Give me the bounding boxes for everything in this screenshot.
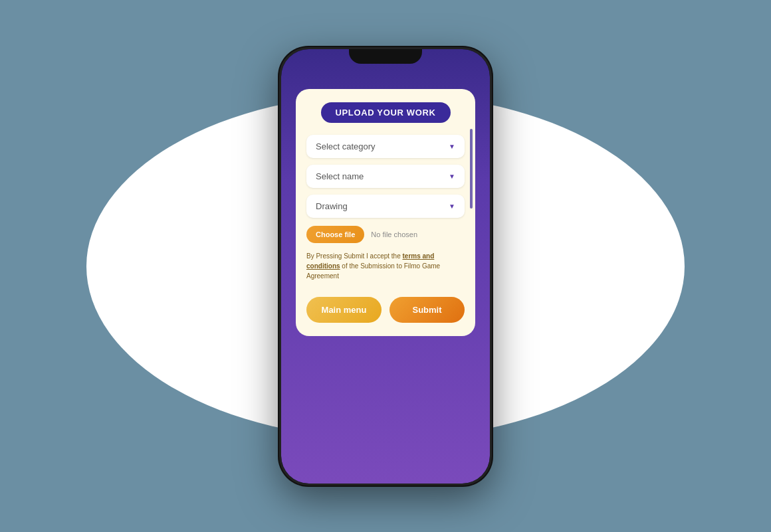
- main-menu-button[interactable]: Main menu: [306, 297, 382, 323]
- file-upload-row: Choose file No file chosen: [306, 226, 465, 243]
- chevron-down-icon: ▼: [449, 143, 455, 150]
- phone-screen: UPLOAD YOUR WORK Select category ▼ Selec…: [281, 49, 490, 484]
- name-dropdown[interactable]: Select name ▼: [306, 165, 465, 188]
- category-dropdown-label: Select category: [316, 141, 376, 151]
- upload-card: UPLOAD YOUR WORK Select category ▼ Selec…: [296, 89, 475, 336]
- name-dropdown-label: Select name: [316, 171, 364, 181]
- submit-button[interactable]: Submit: [389, 297, 465, 323]
- choose-file-button[interactable]: Choose file: [306, 226, 364, 243]
- no-file-label: No file chosen: [371, 230, 417, 238]
- chevron-down-icon: ▼: [449, 173, 455, 180]
- scrollbar[interactable]: [470, 129, 473, 209]
- type-dropdown[interactable]: Drawing ▼: [306, 195, 465, 218]
- chevron-down-icon: ▼: [449, 203, 455, 210]
- phone-frame: UPLOAD YOUR WORK Select category ▼ Selec…: [279, 47, 492, 486]
- category-dropdown[interactable]: Select category ▼: [306, 135, 465, 158]
- type-dropdown-label: Drawing: [316, 201, 348, 211]
- terms-text: By Pressing Submit I accept the terms an…: [306, 251, 465, 281]
- bottom-buttons: Main menu Submit: [306, 297, 465, 323]
- upload-title: UPLOAD YOUR WORK: [321, 102, 451, 123]
- phone-notch: [349, 49, 422, 64]
- terms-prefix: By Pressing Submit I accept the: [306, 252, 403, 260]
